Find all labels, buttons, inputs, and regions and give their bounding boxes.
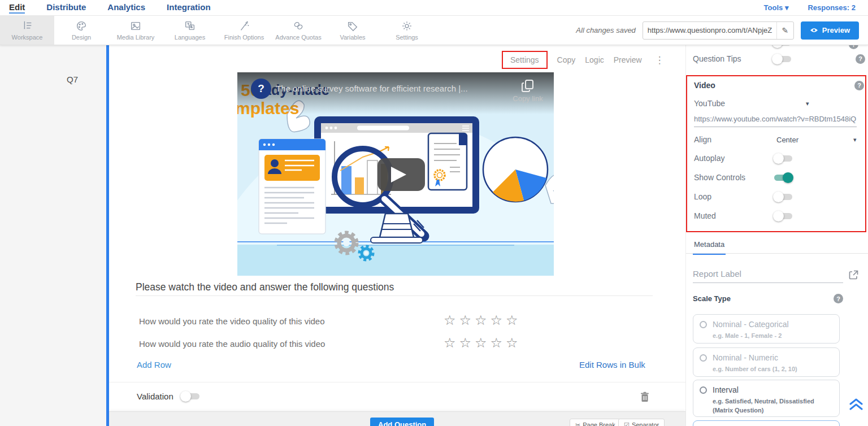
toolbar-label: Languages bbox=[175, 34, 205, 41]
scale-option-label: Nominal - Numeric bbox=[713, 353, 834, 362]
add-question-button[interactable]: Add Question bbox=[370, 418, 434, 426]
tab-edit[interactable]: Edit bbox=[9, 2, 25, 14]
scale-option-interval[interactable]: Interval e.g. Satisfied, Neutral, Dissat… bbox=[693, 380, 840, 417]
scale-option-nominal-numeric[interactable]: Nominal - Numeric e.g. Number of cars (1… bbox=[693, 347, 840, 377]
matrix-row-label[interactable]: How would you rate the audio quality of … bbox=[139, 339, 325, 349]
star-icon[interactable]: ☆ bbox=[459, 312, 475, 328]
tab-analytics[interactable]: Analytics bbox=[107, 2, 145, 14]
external-link-icon[interactable] bbox=[849, 270, 858, 280]
channel-avatar[interactable]: ? bbox=[251, 79, 271, 99]
report-label-input[interactable]: Report Label bbox=[693, 269, 843, 283]
star-rating-row-2[interactable]: ☆☆☆☆☆ bbox=[444, 335, 522, 351]
delete-question-icon[interactable] bbox=[640, 392, 649, 402]
show-controls-toggle[interactable] bbox=[773, 173, 793, 182]
top-nav-tabs: Edit Distribute Analytics Integration bbox=[0, 2, 211, 14]
star-icon[interactable]: ☆ bbox=[444, 312, 459, 328]
video-player-preview[interactable]: 50 ady-made mplates bbox=[237, 72, 554, 276]
scale-type-help-icon[interactable]: ? bbox=[834, 294, 843, 303]
divider bbox=[686, 253, 868, 254]
video-section-header: Video ? bbox=[694, 81, 862, 90]
page-break-button[interactable]: ✂ Page Break bbox=[570, 419, 621, 426]
star-icon[interactable]: ☆ bbox=[444, 335, 459, 350]
star-icon[interactable]: ☆ bbox=[475, 312, 491, 328]
muted-toggle[interactable] bbox=[773, 212, 793, 220]
toolbar-item-design[interactable]: Design bbox=[54, 16, 108, 45]
autoplay-toggle[interactable] bbox=[773, 154, 793, 163]
scale-option-example: e.g. Male - 1, Female - 2 bbox=[713, 332, 834, 341]
edit-rows-bulk-link[interactable]: Edit Rows in Bulk bbox=[579, 360, 645, 370]
video-provider-value: YouTube bbox=[694, 99, 725, 108]
autoplay-row: Autoplay bbox=[694, 154, 862, 163]
toolbar-item-variables[interactable]: Variables bbox=[326, 16, 380, 45]
video-provider-select[interactable]: YouTube ▾ bbox=[694, 99, 862, 108]
toolbar-label: Workspace bbox=[12, 34, 43, 41]
radio-icon[interactable] bbox=[700, 321, 707, 328]
toolbar-label: Settings bbox=[396, 34, 418, 41]
star-icon[interactable]: ☆ bbox=[459, 335, 475, 350]
copy-link-button[interactable]: Copy link bbox=[510, 79, 546, 103]
radio-icon[interactable] bbox=[700, 354, 707, 362]
question-preview-action[interactable]: Preview bbox=[614, 55, 642, 64]
survey-url-input[interactable]: https://www.questionpro.com/t/ANpjeZ bbox=[643, 26, 776, 34]
toolbar-item-workspace[interactable]: Workspace bbox=[0, 16, 54, 45]
muted-row: Muted bbox=[694, 211, 862, 220]
toolbar-item-settings[interactable]: Settings bbox=[380, 16, 434, 45]
tools-menu[interactable]: Tools ▾ bbox=[764, 3, 789, 12]
star-icon[interactable]: ☆ bbox=[491, 312, 506, 328]
scale-type-label: Scale Type bbox=[693, 294, 731, 303]
more-options-icon[interactable]: ⋮ bbox=[652, 55, 665, 65]
edit-url-button[interactable]: ✎ bbox=[776, 22, 793, 39]
video-help-icon[interactable]: ? bbox=[854, 81, 864, 90]
separator-button[interactable]: ☑ Separator bbox=[618, 419, 665, 426]
tab-integration[interactable]: Integration bbox=[167, 2, 211, 14]
toolbar-item-media-library[interactable]: Media Library bbox=[108, 16, 163, 45]
question-copy-action[interactable]: Copy bbox=[557, 55, 576, 64]
tab-distribute[interactable]: Distribute bbox=[46, 2, 86, 14]
video-title-overlay: ? The online survey software for efficie… bbox=[237, 72, 554, 114]
sidebar-question-q7[interactable]: Q7 bbox=[67, 75, 78, 84]
show-controls-row: Show Controls bbox=[694, 173, 862, 182]
align-value[interactable]: Center bbox=[776, 136, 798, 144]
star-rating-row-1[interactable]: ☆☆☆☆☆ bbox=[444, 312, 522, 328]
validation-toggle[interactable] bbox=[180, 392, 201, 401]
video-url-input[interactable]: https://www.youtube.com/watch?v=RBDtm154… bbox=[694, 115, 857, 127]
question-settings-panel: ? Question Tips ? Video ? YouTube ▾ http… bbox=[686, 45, 868, 426]
autoplay-label: Autoplay bbox=[694, 154, 724, 163]
eye-icon bbox=[810, 27, 818, 33]
divider bbox=[136, 295, 653, 296]
toolbar-item-languages[interactable]: Languages bbox=[163, 16, 217, 45]
star-icon[interactable]: ☆ bbox=[506, 312, 522, 328]
scale-option-label: Interval bbox=[713, 385, 834, 394]
toolbar-label: Finish Options bbox=[224, 34, 264, 41]
show-controls-label: Show Controls bbox=[694, 173, 745, 182]
chevron-down-icon[interactable]: ▾ bbox=[853, 136, 857, 144]
question-settings-action[interactable]: Settings bbox=[502, 51, 548, 69]
toolbar-item-advance-quotas[interactable]: Advance Quotas bbox=[271, 16, 326, 45]
star-icon[interactable]: ☆ bbox=[491, 335, 506, 350]
align-label: Align bbox=[694, 135, 711, 144]
scale-type-row: Scale Type ? bbox=[693, 294, 843, 303]
video-title[interactable]: The online survey software for efficient… bbox=[276, 84, 468, 93]
question-text[interactable]: Please watch the video and answer the fo… bbox=[136, 281, 394, 293]
question-tips-help-icon[interactable]: ? bbox=[856, 54, 865, 64]
question-logic-action[interactable]: Logic bbox=[585, 55, 604, 64]
copy-icon bbox=[522, 79, 534, 93]
muted-label: Muted bbox=[694, 211, 716, 220]
loop-toggle[interactable] bbox=[773, 193, 793, 201]
divider bbox=[109, 382, 685, 382]
toolbar-label: Media Library bbox=[117, 34, 155, 41]
radio-icon[interactable] bbox=[700, 386, 707, 394]
toolbar-label: Advance Quotas bbox=[275, 34, 321, 41]
preview-button[interactable]: Preview bbox=[801, 21, 859, 40]
star-icon[interactable]: ☆ bbox=[506, 335, 522, 350]
question-tips-toggle[interactable] bbox=[772, 55, 792, 63]
star-icon[interactable]: ☆ bbox=[475, 335, 491, 350]
toolbar-item-finish-options[interactable]: Finish Options bbox=[217, 16, 271, 45]
responses-link[interactable]: Responses: 2 bbox=[808, 3, 856, 12]
toolbar-label: Variables bbox=[340, 34, 365, 41]
collapse-panel-icon[interactable] bbox=[849, 398, 863, 411]
add-row-link[interactable]: Add Row bbox=[137, 360, 171, 370]
scale-option-nominal-categorical[interactable]: Nominal - Categorical e.g. Male - 1, Fem… bbox=[693, 314, 840, 344]
scale-option-next-clipped[interactable] bbox=[693, 420, 840, 426]
matrix-row-label[interactable]: How would you rate the video quality of … bbox=[139, 316, 325, 326]
